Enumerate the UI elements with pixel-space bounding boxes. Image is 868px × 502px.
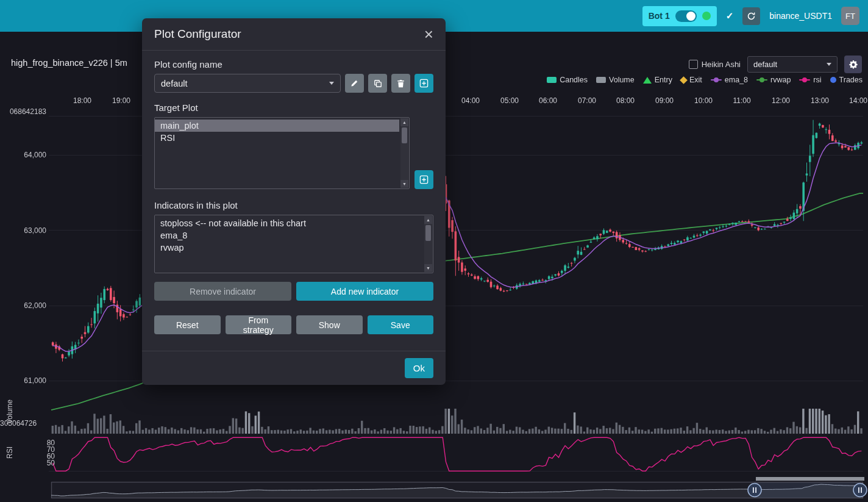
exit-marker-icon xyxy=(680,76,688,84)
refresh-icon xyxy=(747,12,756,21)
toggle-knob xyxy=(686,12,695,21)
chevron-down-icon xyxy=(329,82,334,85)
refresh-button[interactable] xyxy=(742,7,760,25)
reset-button[interactable]: Reset xyxy=(154,315,221,334)
plot-config-name-label: Plot config name xyxy=(154,59,433,70)
pencil-icon xyxy=(350,79,358,87)
legend-label: ema_8 xyxy=(725,76,748,84)
indicators-scrollbar[interactable]: ▲ ▼ xyxy=(424,216,432,272)
duplicate-config-button[interactable] xyxy=(368,74,387,93)
legend-label: Entry xyxy=(655,76,672,84)
ok-button[interactable]: Ok xyxy=(405,358,433,378)
add-config-button[interactable] xyxy=(414,74,433,93)
plot-config-dropdown[interactable]: default xyxy=(747,56,838,73)
trash-icon xyxy=(397,79,405,88)
indicator-buttons-row: Remove indicator Add new indicator xyxy=(154,282,433,301)
add-new-indicator-button[interactable]: Add new indicator xyxy=(296,282,433,301)
heikin-ashi-label: Heikin Ashi xyxy=(702,60,741,69)
entry-marker-icon xyxy=(643,77,652,84)
indicator-item[interactable]: ema_8 xyxy=(155,229,423,242)
scrollbar-thumb[interactable] xyxy=(402,127,407,143)
remove-indicator-button[interactable]: Remove indicator xyxy=(154,282,291,301)
legend-item-trades[interactable]: Trades xyxy=(830,76,863,84)
heikin-ashi-checkbox[interactable] xyxy=(689,60,698,69)
legend-label: rvwap xyxy=(770,76,791,84)
ema_8-marker-icon xyxy=(711,79,722,81)
legend-item-entry[interactable]: Entry xyxy=(643,76,672,84)
candles-marker-icon xyxy=(547,77,557,83)
heikin-ashi-control[interactable]: Heikin Ashi xyxy=(689,60,741,69)
chart-title: high_frog_binance_v226 | 5m xyxy=(11,58,127,68)
scroll-down-icon[interactable]: ▼ xyxy=(424,264,432,272)
legend-item-rsi[interactable]: rsi xyxy=(799,76,821,84)
legend-label: Candles xyxy=(560,76,588,84)
pair-label: binance_USDT1 xyxy=(769,11,832,21)
rename-config-button[interactable] xyxy=(345,74,364,93)
delete-config-button[interactable] xyxy=(391,74,410,93)
plot-config-dropdown-value: default xyxy=(753,60,777,69)
target-plot-list[interactable]: main_plotRSI ▲ ▼ xyxy=(154,117,410,189)
legend-item-exit[interactable]: Exit xyxy=(681,76,702,84)
app-root: 18:0019:0004:0005:0006:0007:0008:0009:00… xyxy=(0,0,868,502)
indicator-item[interactable]: stoploss <-- not available in this chart xyxy=(155,217,423,229)
plus-square-icon xyxy=(419,79,429,88)
modal-body: Plot config name default xyxy=(142,51,446,351)
trades-marker-icon xyxy=(830,77,836,83)
bot-toggle[interactable] xyxy=(675,10,697,22)
online-check-icon: ✓ xyxy=(726,10,734,21)
bot-selector-badge[interactable]: Bot 1 xyxy=(642,6,717,26)
scroll-up-icon[interactable]: ▲ xyxy=(424,216,432,224)
chart-controls: Heikin Ashi default xyxy=(689,56,862,73)
chart-legend: CandlesVolumeEntryExitema_8rvwaprsiTrade… xyxy=(547,76,863,84)
target-plot-item[interactable]: main_plot xyxy=(155,120,399,132)
indicators-label: Indicators in this plot xyxy=(154,200,433,210)
show-button[interactable]: Show xyxy=(296,315,363,334)
target-plot-label: Target Plot xyxy=(154,102,433,113)
bot-status-dot xyxy=(702,12,711,20)
legend-item-candles[interactable]: Candles xyxy=(547,76,588,84)
scroll-up-icon[interactable]: ▲ xyxy=(400,118,408,126)
rsi-marker-icon xyxy=(799,79,810,81)
from-strategy-button[interactable]: From strategy xyxy=(226,315,292,334)
plot-configurator-modal: Plot Configurator × Plot config name def… xyxy=(142,18,446,385)
plus-square-icon xyxy=(419,175,429,184)
close-icon[interactable]: × xyxy=(424,28,433,40)
indicator-item[interactable]: rvwap xyxy=(155,242,423,254)
legend-label: Trades xyxy=(839,76,863,84)
config-name-select-value: default xyxy=(161,79,188,88)
modal-footer: Ok xyxy=(142,351,446,385)
scroll-down-icon[interactable]: ▼ xyxy=(400,180,408,188)
save-button[interactable]: Save xyxy=(368,315,434,334)
copy-icon xyxy=(374,79,382,88)
plot-settings-button[interactable] xyxy=(844,56,862,73)
modal-header: Plot Configurator × xyxy=(142,18,446,51)
target-plot-item[interactable]: RSI xyxy=(155,132,399,144)
modal-title: Plot Configurator xyxy=(154,27,241,41)
gear-icon xyxy=(848,60,858,70)
config-name-select[interactable]: default xyxy=(154,74,341,93)
navbar-right-cluster: Bot 1 ✓ binance_USDT1 FT xyxy=(642,6,859,26)
config-name-row: default xyxy=(154,74,433,93)
volume-marker-icon xyxy=(596,77,606,83)
add-target-plot-button[interactable] xyxy=(414,170,433,189)
chevron-down-icon xyxy=(827,63,831,66)
bot-name-label: Bot 1 xyxy=(649,11,670,21)
target-plot-scrollbar[interactable]: ▲ ▼ xyxy=(400,118,408,188)
legend-label: Volume xyxy=(609,76,635,84)
legend-item-ema-8[interactable]: ema_8 xyxy=(711,76,748,84)
config-action-buttons-row: Reset From strategy Show Save xyxy=(154,315,433,334)
rvwap-marker-icon xyxy=(756,79,767,81)
legend-item-rvwap[interactable]: rvwap xyxy=(756,76,791,84)
legend-label: rsi xyxy=(813,76,821,84)
legend-label: Exit xyxy=(689,76,702,84)
indicators-list[interactable]: stoploss <-- not available in this chart… xyxy=(154,215,433,273)
scrollbar-thumb[interactable] xyxy=(425,225,431,241)
user-avatar[interactable]: FT xyxy=(841,7,859,25)
legend-item-volume[interactable]: Volume xyxy=(596,76,635,84)
target-plot-row: main_plotRSI ▲ ▼ xyxy=(154,117,433,189)
